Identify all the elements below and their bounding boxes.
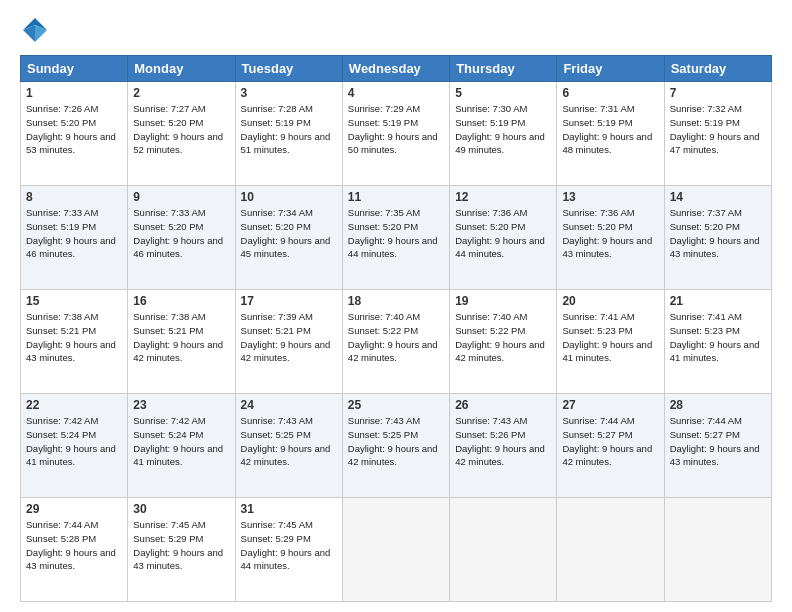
calendar-cell: 18 Sunrise: 7:40 AMSunset: 5:22 PMDaylig… [342, 290, 449, 394]
day-number: 21 [670, 294, 766, 308]
weekday-header: Tuesday [235, 56, 342, 82]
day-number: 1 [26, 86, 122, 100]
calendar-cell: 31 Sunrise: 7:45 AMSunset: 5:29 PMDaylig… [235, 498, 342, 602]
day-number: 31 [241, 502, 337, 516]
calendar-cell: 29 Sunrise: 7:44 AMSunset: 5:28 PMDaylig… [21, 498, 128, 602]
calendar-cell: 2 Sunrise: 7:27 AMSunset: 5:20 PMDayligh… [128, 82, 235, 186]
calendar-cell: 9 Sunrise: 7:33 AMSunset: 5:20 PMDayligh… [128, 186, 235, 290]
day-number: 26 [455, 398, 551, 412]
day-number: 20 [562, 294, 658, 308]
day-info: Sunrise: 7:32 AMSunset: 5:19 PMDaylight:… [670, 103, 760, 155]
day-number: 6 [562, 86, 658, 100]
calendar-cell: 14 Sunrise: 7:37 AMSunset: 5:20 PMDaylig… [664, 186, 771, 290]
weekday-header: Thursday [450, 56, 557, 82]
day-number: 23 [133, 398, 229, 412]
day-number: 30 [133, 502, 229, 516]
day-info: Sunrise: 7:29 AMSunset: 5:19 PMDaylight:… [348, 103, 438, 155]
day-info: Sunrise: 7:43 AMSunset: 5:25 PMDaylight:… [348, 415, 438, 467]
day-number: 17 [241, 294, 337, 308]
calendar-cell: 13 Sunrise: 7:36 AMSunset: 5:20 PMDaylig… [557, 186, 664, 290]
calendar-cell: 24 Sunrise: 7:43 AMSunset: 5:25 PMDaylig… [235, 394, 342, 498]
day-number: 2 [133, 86, 229, 100]
day-info: Sunrise: 7:33 AMSunset: 5:19 PMDaylight:… [26, 207, 116, 259]
calendar-cell: 3 Sunrise: 7:28 AMSunset: 5:19 PMDayligh… [235, 82, 342, 186]
calendar-cell: 16 Sunrise: 7:38 AMSunset: 5:21 PMDaylig… [128, 290, 235, 394]
calendar-cell [557, 498, 664, 602]
calendar-cell: 26 Sunrise: 7:43 AMSunset: 5:26 PMDaylig… [450, 394, 557, 498]
header [20, 15, 772, 45]
day-info: Sunrise: 7:30 AMSunset: 5:19 PMDaylight:… [455, 103, 545, 155]
calendar-cell: 22 Sunrise: 7:42 AMSunset: 5:24 PMDaylig… [21, 394, 128, 498]
svg-marker-1 [35, 25, 47, 42]
weekday-header: Monday [128, 56, 235, 82]
day-number: 25 [348, 398, 444, 412]
calendar-cell [664, 498, 771, 602]
day-number: 9 [133, 190, 229, 204]
day-info: Sunrise: 7:45 AMSunset: 5:29 PMDaylight:… [133, 519, 223, 571]
day-info: Sunrise: 7:27 AMSunset: 5:20 PMDaylight:… [133, 103, 223, 155]
day-info: Sunrise: 7:40 AMSunset: 5:22 PMDaylight:… [455, 311, 545, 363]
calendar-cell: 21 Sunrise: 7:41 AMSunset: 5:23 PMDaylig… [664, 290, 771, 394]
calendar-cell: 6 Sunrise: 7:31 AMSunset: 5:19 PMDayligh… [557, 82, 664, 186]
calendar-cell: 19 Sunrise: 7:40 AMSunset: 5:22 PMDaylig… [450, 290, 557, 394]
day-number: 7 [670, 86, 766, 100]
calendar-cell: 1 Sunrise: 7:26 AMSunset: 5:20 PMDayligh… [21, 82, 128, 186]
day-info: Sunrise: 7:42 AMSunset: 5:24 PMDaylight:… [26, 415, 116, 467]
logo [20, 15, 54, 45]
day-info: Sunrise: 7:35 AMSunset: 5:20 PMDaylight:… [348, 207, 438, 259]
day-info: Sunrise: 7:43 AMSunset: 5:25 PMDaylight:… [241, 415, 331, 467]
calendar-cell: 27 Sunrise: 7:44 AMSunset: 5:27 PMDaylig… [557, 394, 664, 498]
calendar-cell: 15 Sunrise: 7:38 AMSunset: 5:21 PMDaylig… [21, 290, 128, 394]
day-info: Sunrise: 7:44 AMSunset: 5:27 PMDaylight:… [670, 415, 760, 467]
calendar-cell [342, 498, 449, 602]
day-info: Sunrise: 7:34 AMSunset: 5:20 PMDaylight:… [241, 207, 331, 259]
calendar-cell [450, 498, 557, 602]
day-number: 24 [241, 398, 337, 412]
weekday-header: Friday [557, 56, 664, 82]
day-number: 4 [348, 86, 444, 100]
day-number: 16 [133, 294, 229, 308]
weekday-header: Sunday [21, 56, 128, 82]
calendar-cell: 17 Sunrise: 7:39 AMSunset: 5:21 PMDaylig… [235, 290, 342, 394]
day-number: 11 [348, 190, 444, 204]
calendar-cell: 5 Sunrise: 7:30 AMSunset: 5:19 PMDayligh… [450, 82, 557, 186]
day-info: Sunrise: 7:42 AMSunset: 5:24 PMDaylight:… [133, 415, 223, 467]
day-info: Sunrise: 7:45 AMSunset: 5:29 PMDaylight:… [241, 519, 331, 571]
calendar-cell: 25 Sunrise: 7:43 AMSunset: 5:25 PMDaylig… [342, 394, 449, 498]
day-number: 22 [26, 398, 122, 412]
day-info: Sunrise: 7:36 AMSunset: 5:20 PMDaylight:… [455, 207, 545, 259]
day-info: Sunrise: 7:26 AMSunset: 5:20 PMDaylight:… [26, 103, 116, 155]
day-info: Sunrise: 7:44 AMSunset: 5:28 PMDaylight:… [26, 519, 116, 571]
calendar-cell: 11 Sunrise: 7:35 AMSunset: 5:20 PMDaylig… [342, 186, 449, 290]
svg-marker-2 [23, 25, 35, 42]
calendar-cell: 8 Sunrise: 7:33 AMSunset: 5:19 PMDayligh… [21, 186, 128, 290]
calendar-cell: 28 Sunrise: 7:44 AMSunset: 5:27 PMDaylig… [664, 394, 771, 498]
day-info: Sunrise: 7:31 AMSunset: 5:19 PMDaylight:… [562, 103, 652, 155]
day-info: Sunrise: 7:41 AMSunset: 5:23 PMDaylight:… [562, 311, 652, 363]
day-number: 5 [455, 86, 551, 100]
day-number: 15 [26, 294, 122, 308]
day-info: Sunrise: 7:28 AMSunset: 5:19 PMDaylight:… [241, 103, 331, 155]
calendar-cell: 4 Sunrise: 7:29 AMSunset: 5:19 PMDayligh… [342, 82, 449, 186]
day-number: 8 [26, 190, 122, 204]
day-number: 18 [348, 294, 444, 308]
day-info: Sunrise: 7:38 AMSunset: 5:21 PMDaylight:… [133, 311, 223, 363]
calendar-cell: 10 Sunrise: 7:34 AMSunset: 5:20 PMDaylig… [235, 186, 342, 290]
logo-icon [20, 15, 50, 45]
day-number: 19 [455, 294, 551, 308]
day-number: 10 [241, 190, 337, 204]
day-number: 28 [670, 398, 766, 412]
day-info: Sunrise: 7:39 AMSunset: 5:21 PMDaylight:… [241, 311, 331, 363]
day-info: Sunrise: 7:40 AMSunset: 5:22 PMDaylight:… [348, 311, 438, 363]
page: SundayMondayTuesdayWednesdayThursdayFrid… [0, 0, 792, 612]
weekday-header: Wednesday [342, 56, 449, 82]
day-info: Sunrise: 7:33 AMSunset: 5:20 PMDaylight:… [133, 207, 223, 259]
day-number: 13 [562, 190, 658, 204]
calendar-cell: 23 Sunrise: 7:42 AMSunset: 5:24 PMDaylig… [128, 394, 235, 498]
day-number: 3 [241, 86, 337, 100]
calendar-cell: 30 Sunrise: 7:45 AMSunset: 5:29 PMDaylig… [128, 498, 235, 602]
day-number: 29 [26, 502, 122, 516]
day-info: Sunrise: 7:36 AMSunset: 5:20 PMDaylight:… [562, 207, 652, 259]
calendar-cell: 7 Sunrise: 7:32 AMSunset: 5:19 PMDayligh… [664, 82, 771, 186]
day-info: Sunrise: 7:43 AMSunset: 5:26 PMDaylight:… [455, 415, 545, 467]
